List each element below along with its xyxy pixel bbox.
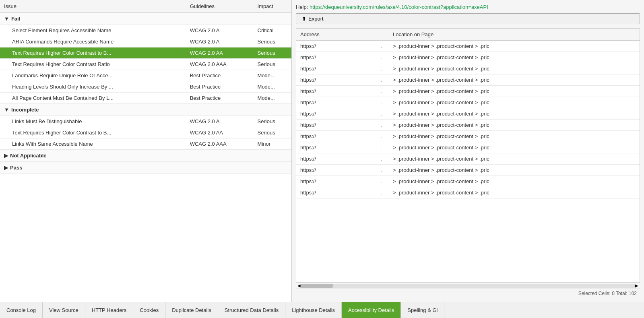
data-dot: . — [377, 187, 389, 198]
issue-impact: Mode... — [254, 81, 291, 93]
horizontal-scroll-indicator[interactable]: ◀ ▶ — [296, 282, 640, 289]
data-location: > .product-inner > .product-content > .p… — [389, 120, 633, 131]
tab-bar: Console LogView SourceHTTP HeadersCookie… — [0, 302, 644, 318]
col-header-impact: Impact — [254, 0, 291, 13]
data-table: Address Location on Page https:// . > .p… — [296, 29, 640, 198]
data-row[interactable]: https:// . > .product-inner > .product-c… — [296, 108, 640, 120]
issue-impact: Minor — [254, 138, 291, 150]
issue-row[interactable]: Links With Same Accessible Name WCAG 2.0… — [0, 138, 291, 150]
data-address: https:// — [296, 131, 377, 142]
data-location: > .product-inner > .product-content > .p… — [389, 187, 633, 198]
data-location: > .product-inner > .product-content > .p… — [389, 165, 633, 176]
help-url-link[interactable]: https://dequeuniversity.com/rules/axe/4.… — [310, 4, 488, 10]
scroll-left-arrow[interactable]: ◀ — [297, 283, 301, 288]
data-extra — [633, 86, 640, 97]
data-address: https:// — [296, 63, 377, 74]
issue-guidelines: WCAG 2.0 AAA — [186, 138, 254, 150]
tab-lighthouse-details[interactable]: Lighthouse Details — [285, 302, 342, 318]
issue-tree-scroll[interactable]: Issue Guidelines Impact ▼Fail Select Ele… — [0, 0, 291, 302]
export-label: Export — [308, 16, 324, 22]
issue-row[interactable]: Text Requires Higher Color Contrast Rati… — [0, 59, 291, 70]
issue-row[interactable]: Select Element Requires Accessible Name … — [0, 25, 291, 36]
issue-row[interactable]: Text Requires Higher Color Contrast to B… — [0, 127, 291, 138]
issue-row[interactable]: Text Requires Higher Color Contrast to B… — [0, 47, 291, 59]
issue-group-row[interactable]: ▶Pass — [0, 162, 291, 174]
data-row[interactable]: https:// . > .product-inner > .product-c… — [296, 86, 640, 97]
data-row[interactable]: https:// . > .product-inner > .product-c… — [296, 74, 640, 86]
data-dot: . — [377, 74, 389, 86]
issue-group-row[interactable]: ▶Not Applicable — [0, 150, 291, 162]
issue-impact: Critical — [254, 25, 291, 36]
issue-row[interactable]: Links Must Be Distinguishable WCAG 2.0 A… — [0, 116, 291, 127]
issue-guidelines: WCAG 2.0 A — [186, 36, 254, 47]
issue-row[interactable]: Landmarks Require Unique Role Or Acce...… — [0, 70, 291, 81]
issue-group-row[interactable]: ▼Fail — [0, 13, 291, 25]
issue-row[interactable]: ARIA Commands Require Accessible Name WC… — [0, 36, 291, 47]
col-header-location: Location on Page — [389, 29, 633, 41]
data-row[interactable]: https:// . > .product-inner > .product-c… — [296, 120, 640, 131]
tab-http-headers[interactable]: HTTP Headers — [85, 302, 133, 318]
help-label: Help: — [296, 4, 308, 10]
col-header-scrollbar — [633, 29, 640, 41]
group-label[interactable]: ▶Pass — [0, 162, 291, 174]
data-location: > .product-inner > .product-content > .p… — [389, 86, 633, 97]
data-dot: . — [377, 153, 389, 165]
data-row[interactable]: https:// . > .product-inner > .product-c… — [296, 187, 640, 198]
data-row[interactable]: https:// . > .product-inner > .product-c… — [296, 131, 640, 142]
tab-cookies[interactable]: Cookies — [133, 302, 165, 318]
scroll-track[interactable] — [301, 284, 635, 288]
scroll-right-arrow[interactable]: ▶ — [635, 283, 638, 288]
issue-name: Text Requires Higher Color Contrast to B… — [0, 127, 186, 138]
data-address: https:// — [296, 108, 377, 120]
issue-name: Links With Same Accessible Name — [0, 138, 186, 150]
data-dot: . — [377, 120, 389, 131]
export-button[interactable]: ⬆ Export — [296, 13, 640, 24]
tab-duplicate-details[interactable]: Duplicate Details — [165, 302, 218, 318]
issue-guidelines: Best Practice — [186, 70, 254, 81]
issue-table: Issue Guidelines Impact ▼Fail Select Ele… — [0, 0, 291, 174]
data-extra — [633, 97, 640, 108]
tab-spelling-gi[interactable]: Spelling & Gi — [401, 302, 444, 318]
col-header-guidelines: Guidelines — [186, 0, 254, 13]
data-table-container[interactable]: Address Location on Page https:// . > .p… — [296, 28, 640, 282]
data-location: > .product-inner > .product-content > .p… — [389, 41, 633, 52]
issue-guidelines: WCAG 2.0 AA — [186, 127, 254, 138]
data-location: > .product-inner > .product-content > .p… — [389, 176, 633, 187]
issue-row[interactable]: Heading Levels Should Only Increase By .… — [0, 81, 291, 93]
data-row[interactable]: https:// . > .product-inner > .product-c… — [296, 41, 640, 52]
data-address: https:// — [296, 176, 377, 187]
data-extra — [633, 187, 640, 198]
data-dot: . — [377, 176, 389, 187]
issue-name: All Page Content Must Be Contained By L.… — [0, 93, 186, 104]
data-dot: . — [377, 108, 389, 120]
group-arrow: ▶ — [4, 153, 8, 159]
data-row[interactable]: https:// . > .product-inner > .product-c… — [296, 52, 640, 63]
group-label[interactable]: ▶Not Applicable — [0, 150, 291, 162]
issue-name: Text Requires Higher Color Contrast to B… — [0, 47, 186, 59]
data-extra — [633, 142, 640, 153]
group-label[interactable]: ▼Incomplete — [0, 104, 291, 116]
status-text: Selected Cells: 0 Total: 102 — [578, 291, 637, 296]
data-row[interactable]: https:// . > .product-inner > .product-c… — [296, 142, 640, 153]
data-address: https:// — [296, 165, 377, 176]
issue-impact: Serious — [254, 116, 291, 127]
group-label[interactable]: ▼Fail — [0, 13, 291, 25]
data-row[interactable]: https:// . > .product-inner > .product-c… — [296, 153, 640, 165]
issue-row[interactable]: All Page Content Must Be Contained By L.… — [0, 93, 291, 104]
tab-console-log[interactable]: Console Log — [0, 302, 43, 318]
data-row[interactable]: https:// . > .product-inner > .product-c… — [296, 176, 640, 187]
scroll-thumb[interactable] — [301, 284, 333, 288]
tab-structured-data-details[interactable]: Structured Data Details — [218, 302, 285, 318]
issue-group-row[interactable]: ▼Incomplete — [0, 104, 291, 116]
tab-view-source[interactable]: View Source — [43, 302, 85, 318]
data-location: > .product-inner > .product-content > .p… — [389, 63, 633, 74]
data-row[interactable]: https:// . > .product-inner > .product-c… — [296, 97, 640, 108]
data-row[interactable]: https:// . > .product-inner > .product-c… — [296, 165, 640, 176]
issue-impact: Mode... — [254, 93, 291, 104]
data-dot: . — [377, 86, 389, 97]
data-address: https:// — [296, 86, 377, 97]
data-row[interactable]: https:// . > .product-inner > .product-c… — [296, 63, 640, 74]
data-address: https:// — [296, 74, 377, 86]
tab-accessibility-details[interactable]: Accessibility Details — [342, 302, 401, 318]
data-address: https:// — [296, 187, 377, 198]
